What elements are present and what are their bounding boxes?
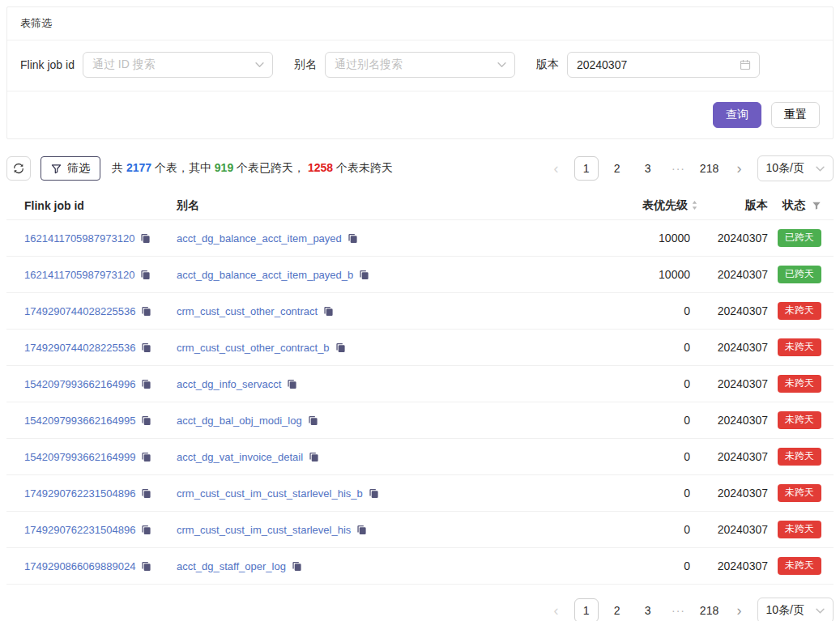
- status-filter-icon[interactable]: [812, 201, 821, 211]
- refresh-button[interactable]: [6, 156, 31, 181]
- page-size-select[interactable]: 10条/页: [757, 155, 834, 181]
- priority-cell: 0: [601, 523, 698, 536]
- copy-icon[interactable]: [335, 342, 346, 353]
- copy-icon[interactable]: [309, 452, 319, 462]
- flink-job-id-cell: 1749290744028225536: [6, 304, 165, 317]
- copy-icon[interactable]: [369, 488, 379, 499]
- alias-link[interactable]: crm_cust_cust_im_cust_starlevel_his_b: [177, 487, 363, 500]
- pager-page-218[interactable]: 218: [697, 156, 722, 181]
- flink-job-id-link[interactable]: 1542097993662164995: [24, 415, 135, 427]
- status-badge: 未跨天: [778, 411, 821, 429]
- alias-placeholder: 通过别名搜索: [335, 57, 403, 72]
- copy-icon[interactable]: [141, 379, 151, 389]
- pager-next-button[interactable]: ›: [728, 598, 751, 621]
- copy-icon[interactable]: [348, 233, 358, 244]
- alias-select[interactable]: 通过别名搜索: [325, 52, 515, 78]
- flink-job-id-link[interactable]: 1542097993662164996: [24, 378, 135, 390]
- copy-icon[interactable]: [141, 342, 151, 353]
- pager-next-button[interactable]: ›: [728, 156, 751, 181]
- flink-job-id-link[interactable]: 1621411705987973120: [24, 269, 134, 281]
- alias-link[interactable]: crm_cust_cust_other_contract_b: [177, 342, 330, 354]
- alias-cell: crm_cust_cust_im_cust_starlevel_his: [165, 523, 601, 536]
- data-table: Flink job id 别名 表优先级 版本 状态 1621411705987…: [6, 191, 834, 585]
- pager-page-3[interactable]: 3: [636, 598, 660, 621]
- header-version: 版本: [698, 198, 771, 213]
- sort-icon[interactable]: [691, 200, 698, 211]
- header-priority[interactable]: 表优先级: [601, 198, 698, 213]
- copy-icon[interactable]: [308, 415, 318, 426]
- version-cell: 20240307: [698, 232, 771, 245]
- flink-job-id-link[interactable]: 1749290866069889024: [24, 560, 135, 572]
- copy-icon[interactable]: [292, 561, 302, 572]
- pager-page-1[interactable]: 1: [574, 598, 599, 621]
- copy-icon[interactable]: [140, 270, 151, 280]
- page-size-value: 10条/页: [766, 603, 804, 618]
- version-cell: 20240307: [698, 268, 771, 281]
- copy-icon[interactable]: [141, 561, 151, 572]
- priority-cell: 10000: [601, 268, 698, 281]
- table-row: 1749290762231504896 crm_cust_cust_im_cus…: [6, 512, 834, 548]
- filter-toggle-button[interactable]: 筛选: [41, 156, 100, 181]
- table-row: 1621411705987973120 acct_dg_balance_acct…: [6, 257, 834, 293]
- alias-cell: acct_dg_staff_oper_log: [165, 559, 601, 572]
- alias-cell: crm_cust_cust_im_cust_starlevel_his_b: [165, 487, 601, 500]
- alias-link[interactable]: acct_dg_staff_oper_log: [177, 560, 286, 572]
- flink-job-id-link[interactable]: 1749290762231504896: [24, 524, 135, 536]
- pager-page-2[interactable]: 2: [605, 598, 629, 621]
- chevron-down-icon: [497, 62, 506, 68]
- status-badge: 未跨天: [778, 338, 821, 356]
- header-status: 状态: [771, 198, 834, 213]
- pager-page-218[interactable]: 218: [697, 598, 722, 621]
- filter-actions-row: 查询 重置: [7, 91, 833, 138]
- copy-icon[interactable]: [141, 415, 151, 426]
- bottom-pagination-row: ‹123···218›10条/页: [6, 598, 834, 621]
- alias-link[interactable]: acct_dg_balance_acct_item_payed: [177, 232, 342, 245]
- copy-icon[interactable]: [141, 452, 151, 462]
- version-cell: 20240307: [698, 523, 771, 536]
- alias-link[interactable]: crm_cust_cust_im_cust_starlevel_his: [177, 524, 351, 536]
- alias-cell: acct_dg_info_servacct: [165, 377, 601, 390]
- copy-icon[interactable]: [140, 233, 151, 244]
- summary-not-crossed-count: 1258: [308, 161, 333, 174]
- copy-icon[interactable]: [287, 379, 297, 389]
- pager-page-1[interactable]: 1: [574, 156, 599, 181]
- table-row: 1542097993662164995 acct_dg_bal_obj_modi…: [6, 402, 834, 439]
- status-badge: 未跨天: [778, 302, 821, 320]
- calendar-icon: [740, 59, 751, 70]
- alias-link[interactable]: acct_dg_balance_acct_item_payed_b: [177, 269, 353, 281]
- copy-icon[interactable]: [359, 270, 369, 280]
- pager-prev-button[interactable]: ‹: [545, 156, 568, 181]
- copy-icon[interactable]: [141, 306, 151, 317]
- version-cell: 20240307: [698, 450, 771, 463]
- alias-link[interactable]: acct_dg_bal_obj_modi_log: [177, 415, 302, 427]
- pager-page-2[interactable]: 2: [605, 156, 629, 181]
- pager-page-3[interactable]: 3: [636, 156, 660, 181]
- flink-job-id-link[interactable]: 1621411705987973120: [24, 232, 134, 245]
- flink-job-id-link[interactable]: 1749290744028225536: [24, 305, 135, 317]
- copy-icon[interactable]: [141, 488, 151, 499]
- query-button[interactable]: 查询: [713, 102, 761, 128]
- summary-text: 共 2177 个表，其中 919 个表已跨天， 1258 个表未跨天: [112, 161, 535, 176]
- status-badge: 未跨天: [778, 521, 821, 538]
- flink-job-id-link[interactable]: 1749290744028225536: [24, 342, 135, 354]
- copy-icon[interactable]: [141, 525, 151, 535]
- alias-cell: crm_cust_cust_other_contract: [165, 304, 601, 317]
- pager-prev-button[interactable]: ‹: [545, 598, 568, 621]
- priority-cell: 10000: [601, 232, 698, 245]
- alias-link[interactable]: crm_cust_cust_other_contract: [177, 305, 318, 317]
- chevron-down-icon: [255, 62, 264, 68]
- page-size-select[interactable]: 10条/页: [757, 598, 834, 621]
- copy-icon[interactable]: [356, 525, 367, 535]
- header-status-label: 状态: [782, 198, 805, 213]
- reset-button[interactable]: 重置: [771, 102, 820, 128]
- flink-job-id-link[interactable]: 1749290762231504896: [24, 487, 135, 500]
- copy-icon[interactable]: [323, 306, 334, 317]
- flink-job-id-select[interactable]: 通过 ID 搜索: [83, 52, 273, 78]
- table-body: 1621411705987973120 acct_dg_balance_acct…: [6, 220, 834, 585]
- version-date-input[interactable]: 20240307: [567, 52, 760, 78]
- table-row: 1621411705987973120 acct_dg_balance_acct…: [6, 220, 834, 257]
- pagination-bottom: ‹123···218›10条/页: [545, 598, 834, 621]
- alias-link[interactable]: acct_dg_info_servacct: [177, 378, 281, 390]
- alias-link[interactable]: acct_dg_vat_invoice_detail: [177, 451, 303, 463]
- flink-job-id-link[interactable]: 1542097993662164999: [24, 451, 135, 463]
